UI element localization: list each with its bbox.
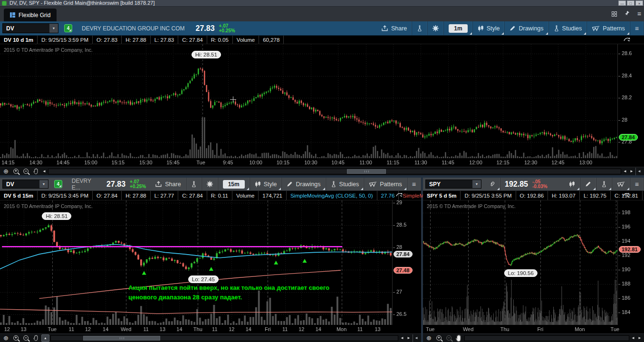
crosshair-tool-icon[interactable]: ⊕ <box>1 168 10 175</box>
chart-h-scrollbar[interactable] <box>50 335 398 341</box>
patterns-button[interactable]: Patterns <box>587 21 630 35</box>
link-button[interactable] <box>484 178 500 190</box>
zoom-in-icon[interactable]: + <box>11 334 20 342</box>
share-button[interactable]: Share <box>376 21 412 35</box>
ohlc-readout-row: DV 10 d 1mD: 9/25/15 3:59 PMO: 27.83H: 2… <box>0 36 644 44</box>
maximize-button[interactable]: □ <box>627 0 634 6</box>
price-axis[interactable]: 2928.5282726.527.8427.48 <box>392 200 421 325</box>
scrollbar-thumb[interactable] <box>83 336 160 341</box>
chevron-down-icon[interactable]: ▼ <box>39 180 48 188</box>
price-tick-label: 26.5 <box>396 311 406 317</box>
drawings-button[interactable] <box>580 178 596 190</box>
dataline-cell: DV 5 d 15m <box>0 191 38 200</box>
close-button[interactable]: × <box>635 0 643 6</box>
timeframe-button[interactable]: 1m <box>444 21 472 35</box>
patterns-w-icon <box>592 26 600 31</box>
price-badge: 27.84 <box>394 251 413 257</box>
time-label: 12 <box>229 326 234 332</box>
jump-to-last-icon[interactable] <box>396 192 403 199</box>
scroll-right-arrow[interactable]: ► <box>406 334 412 342</box>
drawings-button[interactable]: Drawings <box>505 21 548 35</box>
menu-icon[interactable]: ≡ <box>637 10 641 17</box>
style-button[interactable] <box>564 178 580 190</box>
share-button[interactable]: Share <box>150 178 186 190</box>
dataline-cell: D: 9/25/15 3:59 PM <box>38 36 93 44</box>
chart-h-scrollbar[interactable] <box>48 169 621 174</box>
copyright-watermark: 2015 © TD Ameritrade IP Company, Inc. <box>4 203 93 209</box>
time-label: Fri <box>265 326 271 332</box>
crosshair-tool-icon[interactable]: ⊕ <box>424 334 433 342</box>
studies-button[interactable] <box>596 178 612 190</box>
price-axis[interactable]: 198196194192190188186184192.81 <box>617 200 644 325</box>
settings-button[interactable] <box>428 21 444 35</box>
scroll-right-arrow[interactable]: ► <box>629 168 634 175</box>
drawings-button[interactable]: Drawings <box>282 178 326 190</box>
quick-study-button[interactable] <box>412 21 428 35</box>
scrollbar-thumb[interactable] <box>347 169 386 174</box>
dataline-cell: O: 192.86 <box>516 191 548 200</box>
gear-icon <box>433 25 439 31</box>
zoom-in-icon[interactable]: + <box>11 168 20 175</box>
copyright-watermark: 2015 © TD Ameritrade IP Company, Inc. <box>427 203 516 209</box>
splitter-handle[interactable]: ◄ <box>413 334 420 342</box>
pin-icon[interactable] <box>625 10 630 18</box>
chart-h-scrollbar[interactable] <box>464 335 629 341</box>
chevron-down-icon[interactable]: ▼ <box>472 180 481 188</box>
studies-button[interactable]: Studies <box>549 21 587 35</box>
quick-study-button[interactable] <box>186 178 202 190</box>
time-label: 13 <box>375 326 380 332</box>
price-tick-label: 28.2 <box>622 95 632 100</box>
zoom-in-icon[interactable]: + <box>434 334 443 342</box>
link-number-badge[interactable]: 4 <box>54 180 62 188</box>
chart-dv-15m: 2015 © TD Ameritrade IP Company, Inc. Ак… <box>0 200 421 325</box>
price-change: +.07 +0.25% <box>219 24 240 33</box>
minimize-button[interactable]: — <box>618 0 626 6</box>
symbol-input[interactable]: DV ▼ <box>2 23 58 33</box>
scroll-left-arrow[interactable]: ◄ <box>630 334 636 342</box>
patterns-button[interactable]: Patterns <box>364 178 407 190</box>
style-button[interactable]: Style <box>250 178 282 190</box>
layout-grid-icon[interactable] <box>612 11 617 17</box>
patterns-button[interactable] <box>612 178 630 190</box>
panel-menu-button[interactable]: ≡ <box>630 21 644 35</box>
zoom-out-icon[interactable]: − <box>21 168 30 175</box>
link-number-badge[interactable]: 4 <box>64 24 72 32</box>
annotation-text-line1: Акция пытается пойти вверх, но как тольк… <box>128 284 329 291</box>
chart-overlays: 2015 © TD Ameritrade IP Company, Inc. Ак… <box>0 200 393 325</box>
hand-pan-icon[interactable] <box>31 334 40 342</box>
symbol-input[interactable]: DV ▼ <box>2 180 48 189</box>
flask-icon <box>601 181 607 187</box>
price-tick-label: 28 <box>396 244 402 250</box>
last-price: 27.83 <box>191 24 219 33</box>
scroll-left-arrow[interactable]: ◄ <box>399 334 405 342</box>
price-axis[interactable]: 28.628.428.22827.827.84 <box>617 44 644 158</box>
crosshair-cursor <box>230 96 236 103</box>
splitter-handle[interactable]: ◄ <box>635 168 643 175</box>
zoom-out-icon[interactable]: − <box>444 334 453 342</box>
candlestick-style-icon <box>478 25 484 32</box>
scroll-left-arrow[interactable]: ◄ <box>622 168 628 175</box>
expand-button[interactable]: ▲ <box>41 334 49 342</box>
chevron-down-icon[interactable]: ▼ <box>49 24 58 33</box>
jump-to-last-icon[interactable] <box>624 37 631 43</box>
timeframe-button[interactable]: 15m <box>218 178 250 190</box>
panel-menu-button[interactable]: ≡ <box>630 178 644 190</box>
gear-icon <box>207 181 213 187</box>
studies-button[interactable]: Studies <box>326 178 365 190</box>
scroll-right-arrow[interactable]: ► <box>637 334 643 342</box>
settings-button[interactable] <box>202 178 218 190</box>
crosshair-tool-icon[interactable]: ⊕ <box>1 334 10 342</box>
style-button[interactable]: Style <box>473 21 505 35</box>
last-price: 27.83 <box>102 180 130 189</box>
scroll-left-arrow[interactable]: ◄ <box>41 168 47 175</box>
panel-menu-button[interactable]: ≡ <box>407 178 421 190</box>
hand-pan-icon[interactable] <box>31 168 40 175</box>
jump-to-last-icon[interactable] <box>623 192 630 199</box>
hand-pan-icon[interactable] <box>454 334 463 342</box>
zoom-out-icon[interactable]: − <box>21 334 30 342</box>
symbol-input[interactable]: SPY ▼ <box>425 180 481 189</box>
tab-flexible-grid[interactable]: Flexible Grid <box>4 9 57 21</box>
dataline-cell: 174,721 <box>259 191 287 200</box>
chart-nav-row: ⊕ + − ◄ ► <box>423 333 644 342</box>
time-label: Tue <box>426 326 435 332</box>
